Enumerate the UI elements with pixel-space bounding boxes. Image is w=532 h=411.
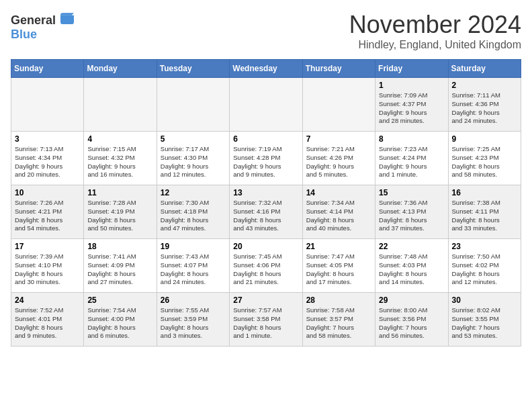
day-number: 1 xyxy=(379,81,444,90)
calendar-cell: 4Sunrise: 7:15 AM Sunset: 4:32 PM Daylig… xyxy=(84,132,157,185)
day-info: Sunrise: 7:28 AM Sunset: 4:19 PM Dayligh… xyxy=(87,199,152,233)
day-info: Sunrise: 7:47 AM Sunset: 4:05 PM Dayligh… xyxy=(306,253,371,287)
day-number: 13 xyxy=(233,188,298,197)
day-number: 14 xyxy=(306,188,371,197)
day-number: 4 xyxy=(87,134,152,144)
day-info: Sunrise: 7:30 AM Sunset: 4:18 PM Dayligh… xyxy=(161,199,226,233)
calendar-cell: 9Sunrise: 7:25 AM Sunset: 4:23 PM Daylig… xyxy=(448,132,521,185)
calendar-table: SundayMondayTuesdayWednesdayThursdayFrid… xyxy=(11,59,521,347)
day-info: Sunrise: 7:11 AM Sunset: 4:36 PM Dayligh… xyxy=(452,91,517,126)
calendar-cell: 14Sunrise: 7:34 AM Sunset: 4:14 PM Dayli… xyxy=(302,185,375,239)
day-info: Sunrise: 7:25 AM Sunset: 4:23 PM Dayligh… xyxy=(452,145,517,179)
day-number: 28 xyxy=(306,295,371,305)
day-info: Sunrise: 7:43 AM Sunset: 4:07 PM Dayligh… xyxy=(161,253,226,287)
header-row: SundayMondayTuesdayWednesdayThursdayFrid… xyxy=(11,60,521,78)
logo: General Blue xyxy=(11,11,74,42)
calendar-cell: 23Sunrise: 7:50 AM Sunset: 4:02 PM Dayli… xyxy=(448,239,521,293)
day-info: Sunrise: 8:02 AM Sunset: 3:55 PM Dayligh… xyxy=(452,306,517,340)
logo-blue: Blue xyxy=(11,28,37,41)
calendar-cell: 25Sunrise: 7:54 AM Sunset: 4:00 PM Dayli… xyxy=(84,293,157,347)
day-number: 15 xyxy=(379,188,444,197)
day-number: 17 xyxy=(15,242,80,251)
day-number: 3 xyxy=(15,134,80,144)
day-number: 9 xyxy=(452,134,517,144)
day-info: Sunrise: 7:09 AM Sunset: 4:37 PM Dayligh… xyxy=(379,91,444,126)
day-number: 2 xyxy=(452,81,517,90)
calendar-cell: 2Sunrise: 7:11 AM Sunset: 4:36 PM Daylig… xyxy=(448,78,521,132)
calendar-cell: 3Sunrise: 7:13 AM Sunset: 4:34 PM Daylig… xyxy=(11,132,84,185)
day-number: 7 xyxy=(306,134,371,144)
calendar-cell: 1Sunrise: 7:09 AM Sunset: 4:37 PM Daylig… xyxy=(375,78,448,132)
day-number: 25 xyxy=(87,295,152,305)
day-info: Sunrise: 7:55 AM Sunset: 3:59 PM Dayligh… xyxy=(161,306,226,340)
calendar-cell: 22Sunrise: 7:48 AM Sunset: 4:03 PM Dayli… xyxy=(375,239,448,293)
day-number: 16 xyxy=(452,188,517,197)
day-number: 11 xyxy=(87,188,152,197)
day-info: Sunrise: 7:19 AM Sunset: 4:28 PM Dayligh… xyxy=(233,145,298,179)
day-number: 30 xyxy=(452,295,517,305)
page-header: General Blue November 2024 Hindley, Engl… xyxy=(11,11,521,51)
week-row-2: 3Sunrise: 7:13 AM Sunset: 4:34 PM Daylig… xyxy=(11,132,521,185)
calendar-cell: 24Sunrise: 7:52 AM Sunset: 4:01 PM Dayli… xyxy=(11,293,84,347)
calendar-cell xyxy=(230,78,302,132)
calendar-cell: 6Sunrise: 7:19 AM Sunset: 4:28 PM Daylig… xyxy=(230,132,302,185)
day-number: 27 xyxy=(233,295,298,305)
day-info: Sunrise: 8:00 AM Sunset: 3:56 PM Dayligh… xyxy=(379,306,444,340)
calendar-cell: 13Sunrise: 7:32 AM Sunset: 4:16 PM Dayli… xyxy=(230,185,302,239)
day-info: Sunrise: 7:48 AM Sunset: 4:03 PM Dayligh… xyxy=(379,253,444,287)
calendar-cell: 7Sunrise: 7:21 AM Sunset: 4:26 PM Daylig… xyxy=(302,132,375,185)
day-number: 10 xyxy=(15,188,80,197)
day-info: Sunrise: 7:39 AM Sunset: 4:10 PM Dayligh… xyxy=(15,253,80,287)
day-number: 6 xyxy=(233,134,298,144)
calendar-cell: 26Sunrise: 7:55 AM Sunset: 3:59 PM Dayli… xyxy=(157,293,229,347)
day-number: 22 xyxy=(379,242,444,251)
day-number: 24 xyxy=(15,295,80,305)
calendar-cell xyxy=(157,78,229,132)
week-row-1: 1Sunrise: 7:09 AM Sunset: 4:37 PM Daylig… xyxy=(11,78,521,132)
week-row-3: 10Sunrise: 7:26 AM Sunset: 4:21 PM Dayli… xyxy=(11,185,521,239)
calendar-cell: 28Sunrise: 7:58 AM Sunset: 3:57 PM Dayli… xyxy=(302,293,375,347)
calendar-cell: 29Sunrise: 8:00 AM Sunset: 3:56 PM Dayli… xyxy=(375,293,448,347)
calendar-cell: 27Sunrise: 7:57 AM Sunset: 3:58 PM Dayli… xyxy=(230,293,302,347)
calendar-cell: 18Sunrise: 7:41 AM Sunset: 4:09 PM Dayli… xyxy=(84,239,157,293)
day-info: Sunrise: 7:34 AM Sunset: 4:14 PM Dayligh… xyxy=(306,199,371,233)
week-row-4: 17Sunrise: 7:39 AM Sunset: 4:10 PM Dayli… xyxy=(11,239,521,293)
day-number: 20 xyxy=(233,242,298,251)
calendar-cell: 10Sunrise: 7:26 AM Sunset: 4:21 PM Dayli… xyxy=(11,185,84,239)
col-header-sunday: Sunday xyxy=(11,60,84,78)
location-subtitle: Hindley, England, United Kingdom xyxy=(349,39,521,51)
calendar-cell xyxy=(11,78,84,132)
calendar-cell: 19Sunrise: 7:43 AM Sunset: 4:07 PM Dayli… xyxy=(157,239,229,293)
col-header-wednesday: Wednesday xyxy=(230,60,302,78)
day-number: 23 xyxy=(452,242,517,251)
col-header-monday: Monday xyxy=(84,60,157,78)
day-info: Sunrise: 7:13 AM Sunset: 4:34 PM Dayligh… xyxy=(15,145,80,179)
calendar-cell: 8Sunrise: 7:23 AM Sunset: 4:24 PM Daylig… xyxy=(375,132,448,185)
day-number: 18 xyxy=(87,242,152,251)
calendar-cell xyxy=(84,78,157,132)
day-info: Sunrise: 7:58 AM Sunset: 3:57 PM Dayligh… xyxy=(306,306,371,340)
day-info: Sunrise: 7:32 AM Sunset: 4:16 PM Dayligh… xyxy=(233,199,298,233)
day-info: Sunrise: 7:57 AM Sunset: 3:58 PM Dayligh… xyxy=(233,306,298,340)
day-info: Sunrise: 7:54 AM Sunset: 4:00 PM Dayligh… xyxy=(87,306,152,340)
calendar-cell: 15Sunrise: 7:36 AM Sunset: 4:13 PM Dayli… xyxy=(375,185,448,239)
calendar-cell: 12Sunrise: 7:30 AM Sunset: 4:18 PM Dayli… xyxy=(157,185,229,239)
day-info: Sunrise: 7:21 AM Sunset: 4:26 PM Dayligh… xyxy=(306,145,371,179)
day-info: Sunrise: 7:41 AM Sunset: 4:09 PM Dayligh… xyxy=(87,253,152,287)
day-info: Sunrise: 7:36 AM Sunset: 4:13 PM Dayligh… xyxy=(379,199,444,233)
day-info: Sunrise: 7:50 AM Sunset: 4:02 PM Dayligh… xyxy=(452,253,517,287)
day-info: Sunrise: 7:23 AM Sunset: 4:24 PM Dayligh… xyxy=(379,145,444,179)
day-info: Sunrise: 7:15 AM Sunset: 4:32 PM Dayligh… xyxy=(87,145,152,179)
day-number: 8 xyxy=(379,134,444,144)
col-header-thursday: Thursday xyxy=(302,60,375,78)
calendar-cell: 17Sunrise: 7:39 AM Sunset: 4:10 PM Dayli… xyxy=(11,239,84,293)
week-row-5: 24Sunrise: 7:52 AM Sunset: 4:01 PM Dayli… xyxy=(11,293,521,347)
day-info: Sunrise: 7:38 AM Sunset: 4:11 PM Dayligh… xyxy=(452,199,517,233)
day-number: 19 xyxy=(161,242,226,251)
day-info: Sunrise: 7:17 AM Sunset: 4:30 PM Dayligh… xyxy=(161,145,226,179)
day-info: Sunrise: 7:45 AM Sunset: 4:06 PM Dayligh… xyxy=(233,253,298,287)
month-title: November 2024 xyxy=(349,11,521,39)
calendar-cell: 30Sunrise: 8:02 AM Sunset: 3:55 PM Dayli… xyxy=(448,293,521,347)
day-number: 29 xyxy=(379,295,444,305)
day-number: 12 xyxy=(161,188,226,197)
